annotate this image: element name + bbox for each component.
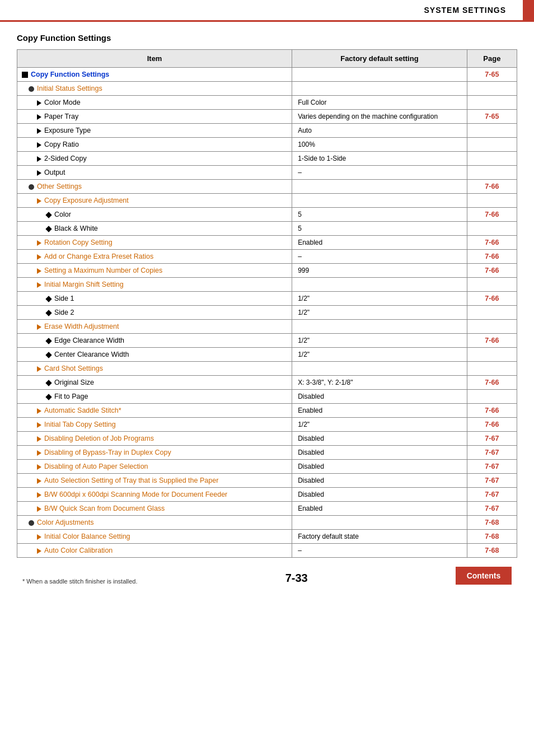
item-cell: Add or Change Extra Preset Ratios <box>17 250 292 264</box>
arrow-icon <box>37 436 41 442</box>
page-cell <box>467 390 517 404</box>
contents-button[interactable]: Contents <box>456 567 512 585</box>
diamond-icon <box>45 380 51 386</box>
page-cell <box>467 194 517 208</box>
page-link[interactable]: 7-66 <box>485 253 499 260</box>
default-cell: Full Color <box>292 96 467 110</box>
arrow-icon <box>37 100 41 106</box>
default-cell: Enabled <box>292 236 467 250</box>
item-cell: B/W 600dpi x 600dpi Scanning Mode for Do… <box>17 488 292 502</box>
page-link[interactable]: 7-66 <box>485 421 499 428</box>
diamond-icon <box>45 338 51 344</box>
arrow-icon <box>37 478 41 484</box>
page-link[interactable]: 7-66 <box>485 379 499 386</box>
table-row: Erase Width Adjustment <box>17 320 517 334</box>
default-cell: X: 3-3/8", Y: 2-1/8" <box>292 376 467 390</box>
page-link[interactable]: 7-67 <box>485 449 499 456</box>
default-cell <box>292 68 467 82</box>
page-link[interactable]: 7-68 <box>485 547 499 554</box>
page-cell: 7-67 <box>467 488 517 502</box>
item-text: Side 1 <box>54 295 74 302</box>
diamond-icon <box>45 394 51 400</box>
arrow-icon <box>37 170 41 176</box>
table-row: Center Clearance Width1/2" <box>17 348 517 362</box>
arrow-icon <box>37 464 41 470</box>
section-title: Copy Function Settings <box>17 33 517 43</box>
page-cell <box>467 96 517 110</box>
table-row: Side 21/2" <box>17 306 517 320</box>
default-cell: 5 <box>292 208 467 222</box>
arrow-icon <box>37 492 41 498</box>
circle-icon <box>29 86 34 92</box>
item-cell: Paper Tray <box>17 110 292 124</box>
item-text: Disabling of Auto Paper Selection <box>44 463 148 470</box>
page-cell: 7-67 <box>467 460 517 474</box>
item-cell: Rotation Copy Setting <box>17 236 292 250</box>
default-cell <box>292 320 467 334</box>
page-link[interactable]: 7-65 <box>485 71 499 78</box>
page-link[interactable]: 7-67 <box>485 463 499 470</box>
item-cell: Original Size <box>17 376 292 390</box>
page-link[interactable]: 7-68 <box>485 533 499 540</box>
item-cell: Copy Function Settings <box>17 68 292 82</box>
item-cell: Fit to Page <box>17 390 292 404</box>
page-cell <box>467 348 517 362</box>
item-text: Initial Margin Shift Setting <box>44 281 124 288</box>
page-link[interactable]: 7-67 <box>485 435 499 442</box>
item-text: Fit to Page <box>54 393 88 400</box>
page-link[interactable]: 7-66 <box>485 295 499 302</box>
item-text: Copy Function Settings <box>31 71 109 78</box>
page-cell: 7-67 <box>467 432 517 446</box>
arrow-icon <box>37 506 41 512</box>
table-row: Color57-66 <box>17 208 517 222</box>
page-link[interactable]: 7-66 <box>485 337 499 344</box>
default-cell: – <box>292 250 467 264</box>
page-cell: 7-66 <box>467 404 517 418</box>
page-cell: 7-68 <box>467 516 517 530</box>
table-row: Black & White5 <box>17 222 517 236</box>
item-cell: Erase Width Adjustment <box>17 320 292 334</box>
page-cell: 7-66 <box>467 418 517 432</box>
default-cell: 1/2" <box>292 306 467 320</box>
page-link[interactable]: 7-66 <box>485 239 499 246</box>
page-link[interactable]: 7-66 <box>485 267 499 274</box>
default-cell: 999 <box>292 264 467 278</box>
item-text: B/W Quick Scan from Document Glass <box>44 505 165 512</box>
default-cell: Disabled <box>292 474 467 488</box>
arrow-icon <box>37 450 41 456</box>
default-cell: – <box>292 544 467 558</box>
item-text: Color Mode <box>44 99 81 106</box>
diamond-icon <box>45 310 51 316</box>
page-link[interactable]: 7-68 <box>485 519 499 526</box>
item-text: Initial Status Settings <box>37 85 102 92</box>
item-text: B/W 600dpi x 600dpi Scanning Mode for Do… <box>44 491 227 498</box>
item-text: Color Adjustments <box>37 519 93 526</box>
page-link[interactable]: 7-67 <box>485 505 499 512</box>
page-cell <box>467 306 517 320</box>
diamond-icon <box>45 212 51 218</box>
item-text: Initial Tab Copy Setting <box>44 421 116 428</box>
col-header-item: Item <box>17 50 292 68</box>
item-text: Center Clearance Width <box>54 351 129 358</box>
page-cell <box>467 362 517 376</box>
table-row: Disabling Deletion of Job ProgramsDisabl… <box>17 432 517 446</box>
page-link[interactable]: 7-66 <box>485 211 499 218</box>
table-row: Fit to PageDisabled <box>17 390 517 404</box>
item-text: Disabling Deletion of Job Programs <box>44 435 154 442</box>
default-cell: 5 <box>292 222 467 236</box>
page-link[interactable]: 7-66 <box>485 183 499 190</box>
page-content: Copy Function Settings Item Factory defa… <box>0 22 534 596</box>
table-row: Other Settings7-66 <box>17 180 517 194</box>
arrow-icon <box>37 240 41 246</box>
page-link[interactable]: 7-67 <box>485 477 499 484</box>
item-cell: Side 2 <box>17 306 292 320</box>
page-link[interactable]: 7-67 <box>485 491 499 498</box>
item-text: Copy Ratio <box>44 141 79 148</box>
table-row: B/W 600dpi x 600dpi Scanning Mode for Do… <box>17 488 517 502</box>
page-link[interactable]: 7-66 <box>485 407 499 414</box>
item-text: Color <box>54 211 71 218</box>
page-link[interactable]: 7-65 <box>485 113 499 120</box>
table-row: Paper TrayVaries depending on the machin… <box>17 110 517 124</box>
item-text: Output <box>44 169 65 176</box>
arrow-icon <box>37 422 41 428</box>
